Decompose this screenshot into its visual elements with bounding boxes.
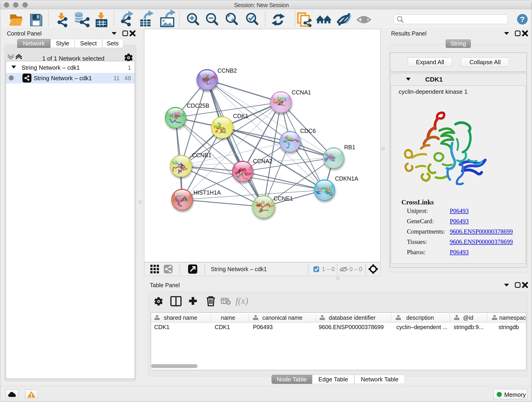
svg-text:CDK1: CDK1 bbox=[154, 324, 170, 330]
svg-text:CCNB1: CCNB1 bbox=[192, 152, 211, 158]
svg-text:0 – 0: 0 – 0 bbox=[349, 266, 362, 272]
svg-text:cyclin–dependent ...: cyclin–dependent ... bbox=[396, 324, 447, 330]
svg-text:1 – 0: 1 – 0 bbox=[322, 266, 335, 272]
svg-text:database identifier: database identifier bbox=[329, 314, 375, 321]
svg-text:HIST1H1A: HIST1H1A bbox=[193, 189, 221, 196]
svg-text:CCNA1: CCNA1 bbox=[292, 89, 311, 96]
svg-text:CDK1: CDK1 bbox=[233, 113, 248, 119]
svg-text:stringdb:9...: stringdb:9... bbox=[454, 324, 484, 330]
svg-text:CDC6: CDC6 bbox=[300, 128, 316, 134]
svg-text:CCNA2: CCNA2 bbox=[253, 158, 272, 164]
svg-text:f(x): f(x) bbox=[235, 296, 248, 306]
svg-text:@id: @id bbox=[463, 314, 473, 321]
svg-text:P06493: P06493 bbox=[253, 324, 273, 330]
svg-text:namespace: namespace bbox=[499, 314, 526, 321]
svg-text:description: description bbox=[406, 314, 434, 321]
svg-text:CDK1: CDK1 bbox=[215, 324, 230, 330]
svg-text:CCNE1: CCNE1 bbox=[273, 195, 293, 202]
svg-text:stringdb: stringdb bbox=[499, 324, 519, 330]
svg-text:name: name bbox=[221, 314, 235, 321]
svg-text:?: ? bbox=[520, 15, 525, 24]
svg-text:shared name: shared name bbox=[164, 314, 197, 321]
svg-text:canonical name: canonical name bbox=[262, 314, 302, 321]
svg-text:String Network – cdk1: String Network – cdk1 bbox=[211, 266, 267, 272]
svg-text:CDKN1A: CDKN1A bbox=[335, 175, 358, 182]
svg-text:CCNB2: CCNB2 bbox=[217, 67, 237, 74]
svg-text:CDC25B: CDC25B bbox=[187, 102, 209, 109]
svg-text:RB1: RB1 bbox=[344, 144, 355, 150]
svg-text:9606.ENSP00000378699: 9606.ENSP00000378699 bbox=[319, 324, 384, 330]
